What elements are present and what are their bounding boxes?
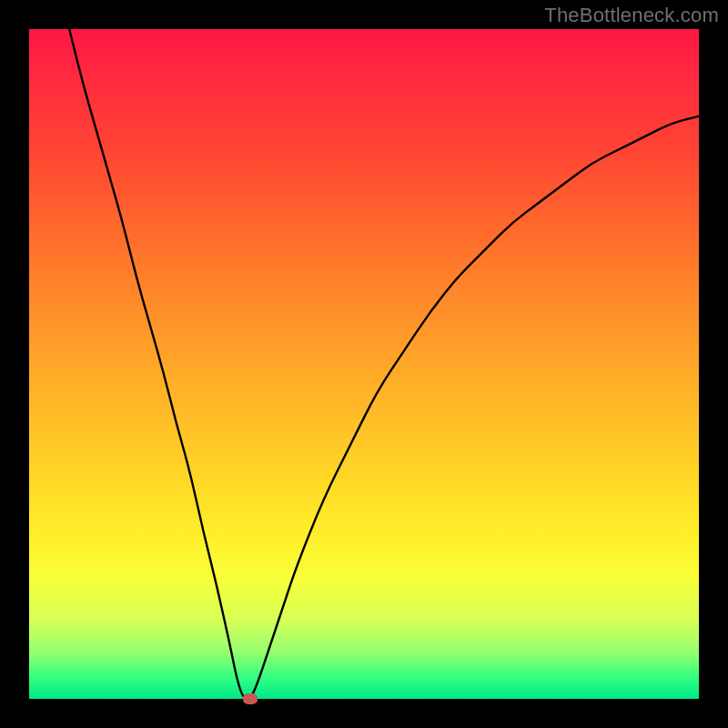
chart-frame: TheBottleneck.com: [0, 0, 728, 728]
watermark-text: TheBottleneck.com: [544, 4, 719, 27]
plot-area: [29, 29, 699, 699]
optimal-point-marker: [243, 693, 258, 704]
bottleneck-curve: [29, 29, 699, 699]
